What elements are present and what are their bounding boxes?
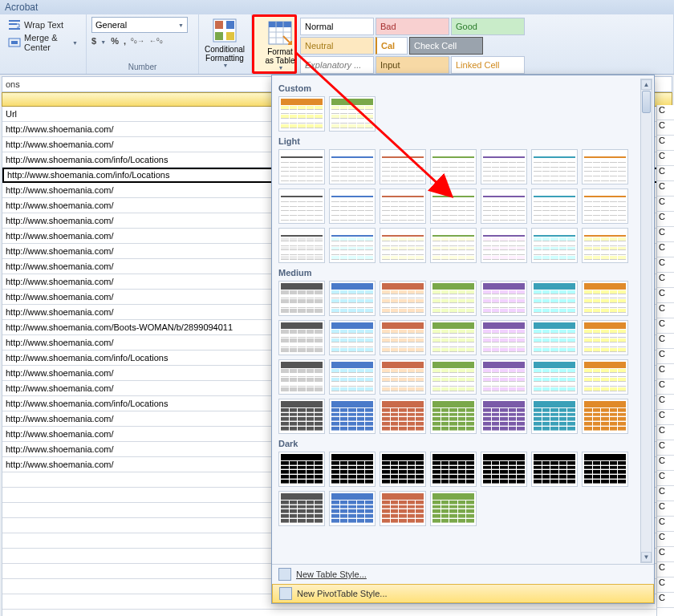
table-style-thumb[interactable]	[430, 320, 477, 355]
table-style-thumb[interactable]	[430, 452, 477, 487]
new-pivottable-style-button[interactable]: New PivotTable Style...	[272, 584, 654, 603]
conditional-formatting-label: Conditional Formatting	[205, 45, 245, 63]
merge-center-button[interactable]: Merge & Center ▼	[5, 34, 81, 51]
table-style-thumb[interactable]	[582, 188, 628, 224]
table-style-thumb[interactable]	[329, 491, 376, 526]
scroll-down-arrow[interactable]: ▼	[641, 552, 652, 562]
peek-cell: C	[657, 562, 674, 578]
table-style-thumb[interactable]	[531, 399, 578, 434]
table-style-thumb[interactable]	[430, 399, 477, 434]
table-style-thumb[interactable]	[430, 149, 477, 184]
gallery-scrollbar[interactable]: ▲ ▼	[640, 79, 652, 563]
table-style-thumb[interactable]	[278, 281, 325, 316]
currency-button[interactable]: $ ▼	[91, 36, 106, 46]
table-style-thumb[interactable]	[430, 281, 477, 316]
percent-button[interactable]: %	[111, 36, 119, 46]
number-format-combo[interactable]: General ▼	[91, 17, 188, 33]
table-style-thumb[interactable]	[430, 491, 477, 526]
svg-rect-2	[9, 28, 20, 30]
table-style-thumb[interactable]	[278, 452, 325, 487]
style-normal[interactable]: Normal	[300, 18, 374, 35]
peek-cell: C	[657, 242, 674, 257]
table-style-thumb[interactable]	[329, 452, 376, 487]
style-input[interactable]: Input	[376, 56, 449, 74]
ribbon: Wrap Text Merge & Center ▼ General ▼ $ ▼…	[0, 14, 674, 75]
table-style-thumb[interactable]	[380, 359, 426, 395]
style-neutral[interactable]: Neutral	[300, 37, 374, 55]
table-style-thumb[interactable]	[380, 491, 426, 526]
style-calculation[interactable]: Cal	[376, 37, 408, 55]
conditional-formatting-button[interactable]: Conditional Formatting▼	[201, 16, 249, 68]
table-style-thumb[interactable]	[380, 399, 426, 434]
style-explanatory[interactable]: Explanatory ...	[300, 56, 374, 74]
table-style-thumb[interactable]	[531, 228, 578, 263]
peek-cell: C	[657, 151, 674, 166]
table-style-thumb[interactable]	[582, 149, 628, 184]
table-style-thumb[interactable]	[329, 149, 376, 184]
table-style-thumb[interactable]	[278, 359, 325, 395]
table-style-thumb[interactable]	[278, 96, 325, 132]
table-style-thumb[interactable]	[380, 320, 426, 355]
table-style-thumb[interactable]	[380, 228, 426, 263]
peek-cell: C	[657, 379, 674, 395]
table-style-thumb[interactable]	[481, 149, 527, 184]
table-style-thumb[interactable]	[582, 228, 628, 263]
svg-rect-8	[215, 32, 223, 40]
table-style-thumb[interactable]	[430, 228, 477, 263]
table-style-thumb[interactable]	[329, 320, 376, 355]
table-style-thumb[interactable]	[278, 228, 325, 263]
table-style-thumb[interactable]	[481, 359, 527, 395]
cell-row[interactable]	[2, 610, 672, 616]
table-style-thumb[interactable]	[278, 188, 325, 224]
table-style-thumb[interactable]	[278, 320, 325, 355]
increase-decimal-button[interactable]: ⁰₀→	[131, 37, 144, 45]
table-style-thumb[interactable]	[278, 149, 325, 184]
table-style-thumb[interactable]	[481, 281, 527, 316]
new-table-style-button[interactable]: New Table Style...	[272, 565, 654, 584]
table-style-thumb[interactable]	[430, 188, 477, 224]
table-style-thumb[interactable]	[582, 320, 628, 355]
table-style-thumb[interactable]	[582, 281, 628, 316]
table-style-thumb[interactable]	[329, 281, 376, 316]
table-style-thumb[interactable]	[531, 452, 578, 487]
table-style-thumb[interactable]	[481, 228, 527, 263]
table-style-thumb[interactable]	[582, 359, 628, 395]
table-style-thumb[interactable]	[481, 320, 527, 355]
style-bad[interactable]: Bad	[376, 18, 449, 35]
table-style-thumb[interactable]	[481, 399, 527, 434]
table-style-thumb[interactable]	[481, 188, 527, 224]
table-style-thumb[interactable]	[582, 399, 628, 434]
table-style-thumb[interactable]	[531, 359, 578, 395]
decrease-decimal-button[interactable]: ←⁰₀	[149, 37, 163, 45]
table-style-thumb[interactable]	[329, 359, 376, 395]
style-check-cell[interactable]: Check Cell	[409, 37, 483, 55]
table-style-thumb[interactable]	[582, 452, 628, 487]
wrap-text-button[interactable]: Wrap Text	[5, 17, 81, 33]
style-linked-cell[interactable]: Linked Cell	[451, 56, 525, 74]
table-style-thumb[interactable]	[278, 491, 325, 526]
cell-styles-group: Normal Bad Good Neutral Cal Check Cell E…	[297, 14, 674, 74]
table-style-thumb[interactable]	[278, 399, 325, 434]
peek-cell: C	[657, 486, 674, 501]
gallery-scroll-area[interactable]: Custom Light Medium Dark	[272, 75, 654, 564]
table-style-thumb[interactable]	[531, 281, 578, 316]
table-style-thumb[interactable]	[531, 188, 578, 224]
table-style-thumb[interactable]	[329, 399, 376, 434]
comma-button[interactable]: ,	[124, 36, 126, 46]
table-style-thumb[interactable]	[531, 149, 578, 184]
table-style-thumb[interactable]	[329, 96, 376, 132]
table-style-thumb[interactable]	[430, 359, 477, 395]
table-style-thumb[interactable]	[380, 149, 426, 184]
table-style-thumb[interactable]	[380, 281, 426, 316]
table-style-thumb[interactable]	[481, 452, 527, 487]
table-style-thumb[interactable]	[329, 228, 376, 263]
peek-cell: C	[657, 212, 674, 227]
table-style-thumb[interactable]	[380, 188, 426, 224]
table-style-thumb[interactable]	[531, 320, 578, 355]
style-good[interactable]: Good	[451, 18, 525, 35]
scroll-up-arrow[interactable]: ▲	[641, 79, 652, 90]
scroll-thumb[interactable]	[642, 91, 651, 113]
format-as-table-icon	[267, 20, 293, 46]
table-style-thumb[interactable]	[329, 188, 376, 224]
table-style-thumb[interactable]	[380, 452, 426, 487]
